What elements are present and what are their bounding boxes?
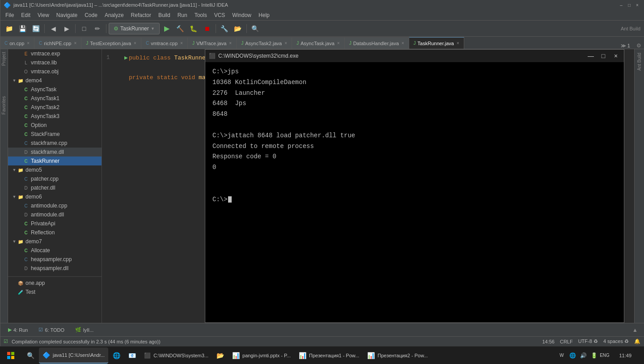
tree-item-asynctask3[interactable]: C AsyncTask3 [8, 112, 102, 121]
taskbar-item-powerpoint2[interactable]: 📊 Презентация1 - Pow... [295, 347, 363, 364]
tree-item-antimodule-dll[interactable]: D antimodule.dll [8, 210, 102, 219]
taskbar-item-outlook[interactable]: 📧 [125, 347, 140, 364]
menu-view[interactable]: View [34, 10, 53, 20]
tree-item-demo4[interactable]: ▼ 📁 demo4 [8, 76, 102, 85]
tree-item-vmtrace-lib[interactable]: L vmtrace.lib [8, 58, 102, 67]
tree-item-heapsampler-dll[interactable]: D heapsampler.dll [8, 264, 102, 273]
taskbar-item-intellij[interactable]: 🔷 java11 [C:\Users\Andr... [39, 347, 108, 364]
toolbar-sync-btn[interactable]: 🔄 [30, 22, 42, 35]
toolbar-edit-btn[interactable]: ✏ [91, 22, 104, 35]
taskbar-item-powerpoint3[interactable]: 📊 Презентация2 - Pow... [364, 347, 431, 364]
project-panel-icon[interactable]: Project [0, 51, 7, 67]
tray-network-icon[interactable]: 🌐 [569, 352, 576, 359]
tab-on-cpp[interactable]: C on.cpp × [0, 37, 34, 49]
taskbar-clock[interactable]: 11:49 [612, 353, 631, 358]
tab-testexception[interactable]: J TestException.java × [81, 37, 141, 49]
menu-navigate[interactable]: Navigate [53, 10, 81, 20]
menu-build[interactable]: Build [155, 10, 174, 20]
tray-ime-icon[interactable]: W [558, 352, 565, 359]
external-tools-btn[interactable]: 📂 [232, 22, 244, 35]
tree-item-taskrunner[interactable]: C TaskRunner [8, 157, 102, 165]
tree-item-patcher-cpp[interactable]: C patcher.cpp [8, 174, 102, 183]
cmd-maximize-btn[interactable]: □ [599, 51, 608, 60]
tab-close-icon[interactable]: × [27, 41, 30, 46]
expand-btn[interactable]: ▲ [630, 327, 640, 333]
start-button[interactable] [0, 347, 21, 364]
tree-item-vmtrace-obj[interactable]: O vmtrace.obj [8, 67, 102, 76]
toolbar-new-window-btn[interactable]: □ [78, 22, 90, 35]
tab-databushandler[interactable]: J DatabusHandler.java × [345, 37, 409, 49]
tree-item-option[interactable]: C Option [8, 121, 102, 130]
taskbar-search-icon[interactable]: 🔍 [23, 352, 38, 359]
toolbar-open-btn[interactable]: 📁 [3, 22, 15, 35]
tab-close-icon[interactable]: × [337, 41, 340, 46]
close-button[interactable]: × [634, 2, 640, 8]
search-btn[interactable]: 🔍 [249, 22, 262, 35]
run-button[interactable]: ▶ [161, 22, 173, 35]
minimize-button[interactable]: – [618, 2, 624, 8]
maximize-button[interactable]: □ [626, 2, 632, 8]
taskbar-item-cmd[interactable]: ⬛ C:\WINDOWS\system3... [140, 347, 212, 364]
tab-overflow-btn[interactable]: ≫ 1 [617, 43, 634, 49]
tab-vmtrace-cpp[interactable]: C vmtrace.cpp × [141, 37, 188, 49]
menu-code[interactable]: Code [81, 10, 101, 20]
tree-item-oneapp[interactable]: 📦 one.app [8, 279, 102, 288]
run-tab[interactable]: ▶ 4: Run [4, 323, 32, 336]
tab-close-icon[interactable]: × [457, 41, 459, 46]
debug-button[interactable]: 🐛 [187, 22, 200, 35]
tab-close-icon[interactable]: × [284, 41, 287, 46]
menu-window[interactable]: Window [229, 10, 255, 20]
tree-item-stackframe-dll[interactable]: D stackframe.dll [8, 148, 102, 157]
menu-analyze[interactable]: Analyze [101, 10, 127, 20]
menu-edit[interactable]: Edit [17, 10, 34, 20]
taskbar-item-chrome[interactable]: 🌐 [109, 347, 124, 364]
cmd-close-btn[interactable]: × [611, 51, 620, 60]
tab-close-icon[interactable]: × [402, 41, 404, 46]
menu-run[interactable]: Run [174, 10, 191, 20]
menu-file[interactable]: File [2, 10, 17, 20]
tab-close-icon[interactable]: × [180, 41, 183, 46]
tab-asynctask[interactable]: J AsyncTask.java × [292, 37, 345, 49]
taskbar-item-file-explorer[interactable]: 📂 [213, 347, 228, 364]
todo-tab[interactable]: ☑ 6: TODO [34, 323, 69, 336]
run-config-btn[interactable]: ⚙ TaskRunner ▼ [109, 23, 160, 34]
tree-item-asynctask2[interactable]: C AsyncTask2 [8, 103, 102, 112]
tab-vmtrace-java[interactable]: J VMTrace.java × [188, 37, 237, 49]
menu-refactor[interactable]: Refactor [127, 10, 155, 20]
tree-item-demo7[interactable]: ▼ 📁 demo7 [8, 237, 102, 246]
tree-item-stackframe[interactable]: C StackFrame [8, 130, 102, 139]
tree-item-patcher-dll[interactable]: D patcher.dll [8, 183, 102, 192]
tree-item-demo6[interactable]: ▼ 📁 demo6 [8, 192, 102, 201]
tree-item-reflection[interactable]: C Reflection [8, 228, 102, 237]
tab-close-icon[interactable]: × [229, 41, 232, 46]
vcs-tab[interactable]: 🌿 lyII... [71, 323, 98, 336]
taskbar-item-powerpoint1[interactable]: 📊 pangin-jvmti.pptx - P... [229, 347, 294, 364]
editor-settings-btn[interactable]: ⚙ [634, 42, 644, 49]
tree-item-test[interactable]: 🧪 Test [8, 288, 102, 296]
tree-item-heapsampler-cpp[interactable]: C heapsampler.cpp [8, 255, 102, 264]
tab-close-icon[interactable]: × [74, 41, 76, 46]
tab-richnpe-cpp[interactable]: C richNPE.cpp × [34, 37, 81, 49]
build-button[interactable]: 🔨 [174, 22, 186, 35]
tab-taskrunner[interactable]: J TaskRunner.java × [409, 37, 464, 49]
tray-battery-icon[interactable]: 🔋 [590, 352, 597, 359]
menu-vcs[interactable]: VCS [211, 10, 229, 20]
tree-item-antimodule-cpp[interactable]: C antimodule.cpp [8, 201, 102, 210]
menu-help[interactable]: Help [255, 10, 273, 20]
tree-item-privateapi[interactable]: C PrivateApi [8, 219, 102, 228]
cmd-line-final-prompt[interactable]: C:\> [212, 195, 617, 205]
sdk-settings-btn[interactable]: 🔧 [218, 22, 231, 35]
tree-item-vmtrace-exp[interactable]: E vmtrace.exp [8, 49, 102, 58]
tree-item-asynctask1[interactable]: C AsyncTask1 [8, 94, 102, 103]
cmd-minimize-btn[interactable]: — [586, 51, 595, 60]
tree-item-demo5[interactable]: ▼ 📁 demo5 [8, 165, 102, 174]
ant-build-icon[interactable]: Ant Build [636, 51, 643, 74]
tree-item-asynctask[interactable]: C AsyncTask [8, 85, 102, 94]
tree-item-stackframe-cpp[interactable]: C stackframe.cpp [8, 139, 102, 148]
menu-tools[interactable]: Tools [191, 10, 211, 20]
toolbar-back-btn[interactable]: ◀ [47, 22, 59, 35]
tray-keyboard-icon[interactable]: ENG [601, 352, 608, 359]
tab-asynctask2[interactable]: J AsyncTask2.java × [237, 37, 292, 49]
tray-volume-icon[interactable]: 🔊 [580, 352, 587, 359]
favorites-panel-icon[interactable]: Favorites [0, 95, 7, 115]
